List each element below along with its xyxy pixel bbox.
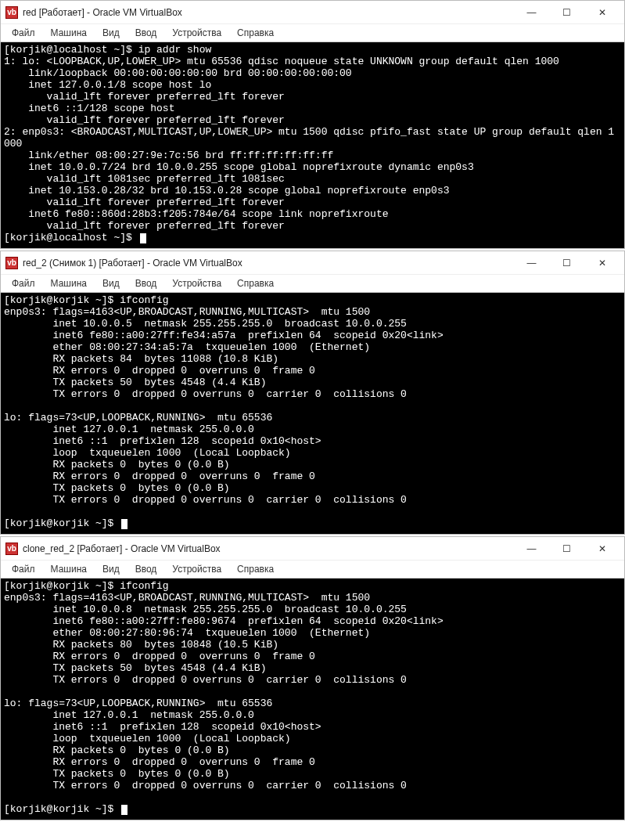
close-button[interactable]: ✕ — [584, 252, 620, 274]
titlebar[interactable]: vb clone_red_2 [Работает] - Oracle VM Vi… — [1, 537, 624, 561]
close-button[interactable]: ✕ — [584, 538, 620, 560]
window-controls: — ☐ ✕ — [514, 2, 620, 23]
menubar: Файл Машина Вид Ввод Устройства Справка — [1, 561, 624, 579]
window-title: clone_red_2 [Работает] - Oracle VM Virtu… — [23, 543, 514, 554]
menu-machine[interactable]: Машина — [45, 276, 93, 290]
maximize-button[interactable]: ☐ — [549, 538, 584, 560]
cursor-icon — [140, 233, 146, 243]
menu-file[interactable]: Файл — [5, 562, 41, 576]
virtualbox-icon: vb — [5, 543, 18, 555]
virtualbox-icon: vb — [5, 257, 18, 269]
menu-help[interactable]: Справка — [231, 276, 280, 290]
menu-input[interactable]: Ввод — [129, 26, 163, 40]
menu-devices[interactable]: Устройства — [166, 276, 228, 290]
minimize-button[interactable]: — — [514, 252, 549, 274]
titlebar[interactable]: vb red [Работает] - Oracle VM VirtualBox… — [1, 1, 624, 24]
menu-view[interactable]: Вид — [96, 276, 126, 290]
terminal-text: [korjik@korjik ~]$ ifconfig enp0s3: flag… — [4, 294, 444, 529]
menu-input[interactable]: Ввод — [129, 276, 163, 290]
terminal-output[interactable]: [korjik@korjik ~]$ ifconfig enp0s3: flag… — [1, 293, 624, 534]
window-controls: — ☐ ✕ — [514, 538, 620, 560]
terminal-text: [korjik@korjik ~]$ ifconfig enp0s3: flag… — [4, 580, 444, 815]
menu-help[interactable]: Справка — [231, 562, 280, 576]
maximize-button[interactable]: ☐ — [549, 252, 584, 274]
vm-window-clone-red2: vb clone_red_2 [Работает] - Oracle VM Vi… — [0, 536, 625, 820]
menu-devices[interactable]: Устройства — [166, 26, 228, 40]
titlebar[interactable]: vb red_2 (Снимок 1) [Работает] - Oracle … — [1, 251, 624, 275]
menu-help[interactable]: Справка — [231, 26, 280, 40]
menubar: Файл Машина Вид Ввод Устройства Справка — [1, 24, 624, 42]
menu-machine[interactable]: Машина — [45, 26, 93, 40]
menu-machine[interactable]: Машина — [45, 562, 93, 576]
cursor-icon — [121, 805, 128, 815]
maximize-button[interactable]: ☐ — [549, 2, 584, 23]
window-title: red_2 (Снимок 1) [Работает] - Oracle VM … — [23, 258, 514, 269]
window-title: red [Работает] - Oracle VM VirtualBox — [23, 7, 514, 18]
minimize-button[interactable]: — — [514, 2, 549, 23]
menu-view[interactable]: Вид — [96, 26, 126, 40]
menubar: Файл Машина Вид Ввод Устройства Справка — [1, 275, 624, 293]
vm-window-red: vb red [Работает] - Oracle VM VirtualBox… — [0, 0, 625, 249]
terminal-output[interactable]: [korjik@localhost ~]$ ip addr show 1: lo… — [1, 42, 624, 248]
menu-input[interactable]: Ввод — [129, 562, 163, 576]
minimize-button[interactable]: — — [514, 538, 549, 560]
terminal-text: [korjik@localhost ~]$ ip addr show 1: lo… — [4, 44, 614, 243]
close-button[interactable]: ✕ — [584, 2, 620, 23]
window-controls: — ☐ ✕ — [514, 252, 620, 274]
menu-view[interactable]: Вид — [96, 562, 126, 576]
cursor-icon — [121, 519, 128, 529]
menu-file[interactable]: Файл — [5, 276, 41, 290]
vm-window-red2: vb red_2 (Снимок 1) [Работает] - Oracle … — [0, 251, 625, 535]
virtualbox-icon: vb — [5, 6, 18, 19]
menu-file[interactable]: Файл — [5, 26, 41, 40]
menu-devices[interactable]: Устройства — [166, 562, 228, 576]
terminal-output[interactable]: [korjik@korjik ~]$ ifconfig enp0s3: flag… — [1, 579, 624, 820]
